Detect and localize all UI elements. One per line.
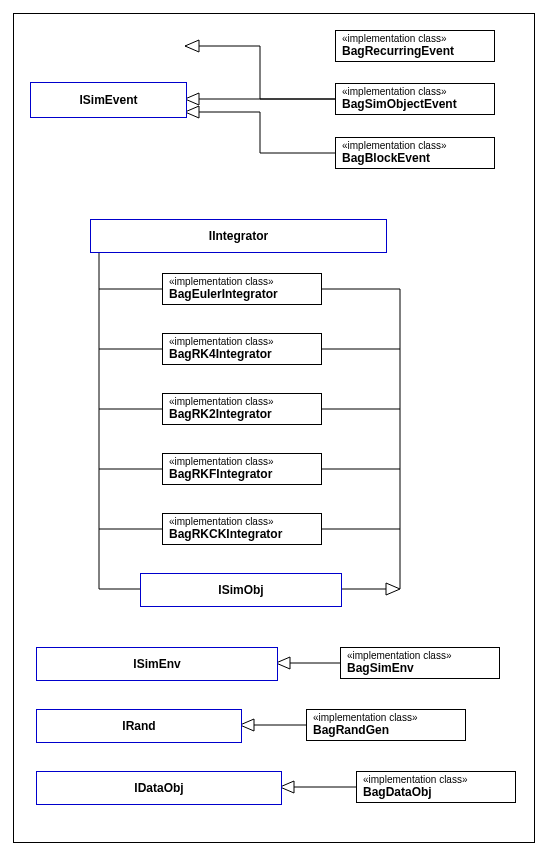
stereotype-label: «implementation class» <box>342 140 488 151</box>
interface-label: IDataObj <box>134 781 183 795</box>
class-name: BagSimObjectEvent <box>342 97 488 111</box>
stereotype-label: «implementation class» <box>363 774 509 785</box>
interface-iintegrator: IIntegrator <box>90 219 387 253</box>
class-bagrkckintegrator: «implementation class» BagRKCKIntegrator <box>162 513 322 545</box>
stereotype-label: «implementation class» <box>169 456 315 467</box>
class-name: BagRK2Integrator <box>169 407 315 421</box>
class-bagrk2integrator: «implementation class» BagRK2Integrator <box>162 393 322 425</box>
interface-idataobj: IDataObj <box>36 771 282 805</box>
class-name: BagSimEnv <box>347 661 493 675</box>
class-bagrkfintegrator: «implementation class» BagRKFIntegrator <box>162 453 322 485</box>
class-name: BagRK4Integrator <box>169 347 315 361</box>
class-bagrandgen: «implementation class» BagRandGen <box>306 709 466 741</box>
class-name: BagBlockEvent <box>342 151 488 165</box>
uml-diagram: ISimEvent «implementation class» BagRecu… <box>0 0 547 854</box>
class-bagrecurringevent: «implementation class» BagRecurringEvent <box>335 30 495 62</box>
interface-irand: IRand <box>36 709 242 743</box>
interface-isimobj: ISimObj <box>140 573 342 607</box>
class-name: BagRKFIntegrator <box>169 467 315 481</box>
class-name: BagRecurringEvent <box>342 44 488 58</box>
stereotype-label: «implementation class» <box>347 650 493 661</box>
interface-label: ISimObj <box>218 583 263 597</box>
class-name: BagRKCKIntegrator <box>169 527 315 541</box>
class-name: BagDataObj <box>363 785 509 799</box>
class-bagblockevent: «implementation class» BagBlockEvent <box>335 137 495 169</box>
class-bagrk4integrator: «implementation class» BagRK4Integrator <box>162 333 322 365</box>
interface-label: IIntegrator <box>209 229 268 243</box>
interface-isimenv: ISimEnv <box>36 647 278 681</box>
class-name: BagRandGen <box>313 723 459 737</box>
class-bagsimobjectevent: «implementation class» BagSimObjectEvent <box>335 83 495 115</box>
stereotype-label: «implementation class» <box>169 336 315 347</box>
interface-label: ISimEnv <box>133 657 180 671</box>
class-bageulerintegrator: «implementation class» BagEulerIntegrato… <box>162 273 322 305</box>
interface-isimevent: ISimEvent <box>30 82 187 118</box>
stereotype-label: «implementation class» <box>342 86 488 97</box>
stereotype-label: «implementation class» <box>169 516 315 527</box>
stereotype-label: «implementation class» <box>342 33 488 44</box>
class-bagdataobj: «implementation class» BagDataObj <box>356 771 516 803</box>
stereotype-label: «implementation class» <box>169 396 315 407</box>
stereotype-label: «implementation class» <box>313 712 459 723</box>
interface-label: ISimEvent <box>79 93 137 107</box>
interface-label: IRand <box>122 719 155 733</box>
class-bagsimenv: «implementation class» BagSimEnv <box>340 647 500 679</box>
class-name: BagEulerIntegrator <box>169 287 315 301</box>
stereotype-label: «implementation class» <box>169 276 315 287</box>
